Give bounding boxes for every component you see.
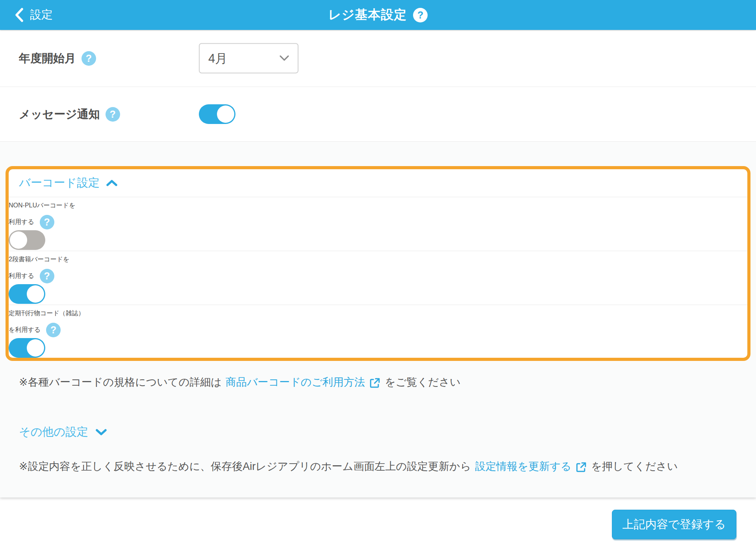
book-barcode-help-icon[interactable]: ? — [40, 269, 54, 283]
barcode-settings-box: バーコード設定 NON-PLUバーコードを 利用する ? — [6, 166, 750, 361]
update-note-prefix: ※設定内容を正しく反映させるために、保存後Airレジアプリのホーム画面左上の設定… — [19, 459, 471, 474]
fiscal-month-help-icon[interactable]: ? — [82, 51, 96, 66]
toggle-knob — [10, 231, 27, 249]
barcode-section-title: バーコード設定 — [19, 175, 100, 191]
toggle-knob — [27, 339, 44, 357]
chevron-up-icon — [106, 179, 118, 187]
page-footer: 上記内容で登録する — [0, 497, 756, 551]
nonplu-barcode-row: NON-PLUバーコードを 利用する ? — [9, 197, 747, 251]
periodical-code-row: 定期刊行物コード（雑誌） を利用する ? — [9, 305, 747, 359]
section-gap — [0, 142, 756, 166]
other-settings-header[interactable]: その他の設定 — [0, 424, 756, 440]
external-link-icon[interactable] — [575, 461, 587, 473]
other-settings-title: その他の設定 — [19, 424, 88, 440]
barcode-section-header[interactable]: バーコード設定 — [9, 169, 747, 197]
back-button-label: 設定 — [30, 7, 53, 23]
general-settings-card: 年度開始月 ? 4月 メッセージ通知 ? — [0, 30, 756, 142]
fiscal-month-select[interactable]: 4月 — [199, 43, 298, 74]
periodical-code-label-group: 定期刊行物コード（雑誌） を利用する ? — [9, 305, 747, 338]
app-header: 設定 レジ基本設定 ? — [0, 0, 756, 30]
barcode-note-suffix: をご覧ください — [385, 374, 461, 390]
page-title: レジ基本設定 — [328, 6, 407, 24]
toggle-knob — [217, 105, 234, 123]
fiscal-month-row: 年度開始月 ? 4月 — [0, 30, 756, 87]
nonplu-barcode-label-group: NON-PLUバーコードを 利用する ? — [9, 197, 747, 230]
back-button[interactable]: 設定 — [15, 7, 53, 23]
periodical-code-toggle[interactable] — [9, 338, 45, 358]
message-notify-help-icon[interactable]: ? — [106, 107, 120, 122]
fiscal-month-label: 年度開始月 — [19, 50, 76, 67]
toggle-knob — [27, 285, 44, 303]
nonplu-barcode-label-line2: 利用する — [9, 214, 34, 230]
update-info-link[interactable]: 設定情報を更新する — [475, 459, 571, 474]
book-barcode-toggle[interactable] — [9, 284, 45, 304]
nonplu-barcode-label-line1: NON-PLUバーコードを — [9, 197, 747, 214]
barcode-note: ※各種バーコードの規格についての詳細は 商品バーコードのご利用方法 をご覧くださ… — [0, 374, 756, 390]
message-notify-toggle[interactable] — [199, 104, 235, 124]
chevron-down-icon — [280, 55, 289, 61]
book-barcode-label-line1: 2段書籍バーコードを — [9, 251, 747, 268]
fiscal-month-selected-value: 4月 — [208, 50, 227, 67]
message-notify-label-group: メッセージ通知 ? — [19, 106, 120, 122]
external-link-icon[interactable] — [369, 377, 381, 389]
fiscal-month-label-group: 年度開始月 ? — [19, 50, 96, 67]
settings-form: 年度開始月 ? 4月 メッセージ通知 ? — [0, 30, 756, 497]
barcode-note-prefix: ※各種バーコードの規格についての詳細は — [19, 374, 222, 390]
book-barcode-row: 2段書籍バーコードを 利用する ? — [9, 251, 747, 305]
nonplu-barcode-help-icon[interactable]: ? — [40, 215, 54, 229]
nonplu-barcode-toggle[interactable] — [9, 230, 45, 250]
periodical-code-label-line2: を利用する — [9, 322, 41, 338]
periodical-code-label-line1: 定期刊行物コード（雑誌） — [9, 305, 747, 322]
update-note-suffix: を押してください — [591, 459, 678, 474]
barcode-guide-link[interactable]: 商品バーコードのご利用方法 — [226, 374, 365, 390]
message-notify-label: メッセージ通知 — [19, 106, 100, 122]
message-notify-row: メッセージ通知 ? — [0, 87, 756, 142]
chevron-left-icon — [15, 8, 24, 22]
update-note: ※設定内容を正しく反映させるために、保存後Airレジアプリのホーム画面左上の設定… — [0, 459, 756, 474]
submit-button[interactable]: 上記内容で登録する — [612, 510, 736, 539]
page-help-icon[interactable]: ? — [413, 8, 428, 22]
book-barcode-label-line2: 利用する — [9, 268, 34, 284]
chevron-down-icon — [95, 428, 107, 436]
periodical-code-help-icon[interactable]: ? — [46, 323, 61, 337]
book-barcode-label-group: 2段書籍バーコードを 利用する ? — [9, 251, 747, 284]
